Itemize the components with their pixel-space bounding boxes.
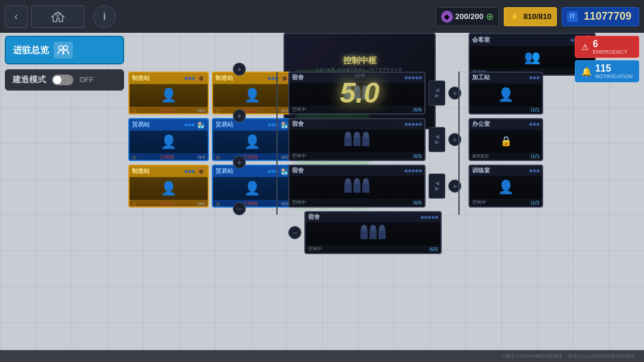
score-value: 11077709 [581,10,634,23]
office[interactable]: 办公室 🔒 接管监控 i1/1 [469,118,543,161]
facility-worker: 👤 [161,88,177,103]
trade-capacity-1: i3/3 [198,154,205,160]
dorm-workers-3 [342,180,372,195]
trade-station-1[interactable]: 贸易站 🏪 👤 ⚠ 已销毁 i3/3 [128,118,209,161]
status-dots-1 [184,77,195,80]
dorm-status-2: 空闲中 [292,153,306,159]
build-mode-toggle[interactable] [52,75,73,85]
back-icon: ‹ [14,10,18,23]
dorm-capacity-2: i5/5 [413,153,422,159]
warning-icon-2: ⚠ [215,108,220,114]
energy-resource-icon: ⚡ [509,11,521,23]
trade-station-3[interactable]: 贸易站 🏪 👤 ⚠ 已销毁 i3/3 [212,165,292,208]
trade-status-2: 已销毁 [244,154,258,160]
overview-label: 进驻总览 [13,45,49,56]
emergency-alert[interactable]: ⚠ 6 EMERGENCY [575,36,639,58]
train-worker: 👤 [498,180,514,195]
mfg-capacity-3: i3/3 [198,201,205,206]
control-center-version: 5.0 [340,79,380,107]
office-status: 接管监控 [472,153,489,159]
trade-dots-1 [184,123,195,126]
processing-station[interactable]: 加工站 👤 i1/1 [469,72,543,115]
svg-line-4 [56,14,58,16]
meeting-worker: 👥 [524,49,540,65]
dorm-workers-4 [358,226,388,242]
dorm-conn-arrows-2: ◀▶ [435,134,439,145]
notification-icon: 🔔 [581,67,591,76]
dorm-capacity-1: i5/5 [413,107,422,113]
manufacturing-1[interactable]: 制造站 ⚙ 👤 ⚠ 已停止 i3/3 [128,72,209,115]
dorm-conn-btn-1[interactable]: ◀▶ [429,81,445,106]
manufacturing-2[interactable]: 制造站 ⚙ 👤 ⚠ 已停止 i3/3 [212,72,292,115]
notification-count: 115 [595,63,633,74]
proc-capacity: i1/1 [531,107,540,113]
plus-connector-btm-left[interactable]: − [233,202,246,215]
warning-icon: ⚠ [132,108,137,114]
warning-trade-3: ⚠ [215,201,220,207]
mfg-status-3: 已停止 [160,200,174,207]
office-dots [529,123,540,126]
dorm-status-1: 空闲中 [292,106,306,113]
dormitory-row-bottom: − 宿舍 [288,211,442,254]
purple-add-button[interactable]: ⊕ [486,11,494,22]
overview-button[interactable]: 进驻总览 [5,36,124,64]
dormitory-4[interactable]: 宿舍 [304,211,442,254]
plus-connector-top-left[interactable]: + [233,63,246,76]
office-capacity: i1/1 [531,153,540,159]
dorm-conn-btn-3[interactable]: ◀▶ [429,174,445,199]
dorm-dots-1 [405,76,422,79]
build-mode-label: 建造模式 [13,75,46,85]
trade-status-1: 已销毁 [160,154,174,160]
game-area: 控制中枢 LAYER.CONTROL.INTERFACE VER 5.0 制造站… [128,33,644,350]
dorm-conn-btn-2[interactable]: ◀▶ [429,127,445,152]
trade-station-2[interactable]: 贸易站 🏪 👤 ⚠ 已销毁 i3/3 [212,118,292,161]
back-button[interactable]: ‹ [5,5,27,28]
facility-worker-2: 👤 [244,88,260,103]
dorm-dots-4 [421,216,438,219]
bottom-bar: ※图文只允许作辅助浏览用途，请意法以以游戏实际情况为准组。 [0,350,644,362]
trade-worker-3: 👤 [244,181,260,196]
dorm-capacity-4: i5/5 [429,246,438,252]
dorm-capacity-3: i5/5 [413,200,422,206]
control-center-subtitle: LAYER.CONTROL.INTERFACE [316,67,403,72]
train-dots [529,169,540,172]
dorm-conn-arrows-1: ◀▶ [435,88,439,98]
dorm-workers-2 [342,133,372,148]
svg-point-7 [59,46,63,50]
home-button[interactable] [31,5,85,28]
capacity-1: i3/3 [198,108,205,113]
manufacturing-3[interactable]: 制造站 ⚙ 👤 ⚠ 已停止 i3/3 [128,165,209,208]
purple-resource-value: 200/200 [455,12,483,21]
trade-icon-1: 🏪 [196,120,205,129]
purple-resource-icon: ◆ [441,11,453,23]
trade-icon-3: 🏪 [280,167,289,176]
trade-icon-2: 🏪 [280,120,289,129]
gear-icon-2: ⚙ [280,74,289,83]
training-room[interactable]: 训练室 👤 空闲中 i1/2 [469,165,543,208]
warning-trade-1: ⚠ [132,154,137,160]
train-capacity: i1/2 [531,200,540,206]
plus-connector-bot-left[interactable]: + [233,156,246,169]
resource-bar: ◆ 200/200 ⊕ ⚡ 810/810 IT 11077709 [436,7,639,26]
processing-container: 加工站 👤 i1/1 [469,72,543,115]
plus-connector-mid-left[interactable]: + [233,109,246,122]
resource-energy: ⚡ 810/810 [504,7,557,26]
build-mode-row: 建造模式 OFF [5,69,124,91]
warning-trade-2: ⚠ [215,154,220,160]
dorm-minus-bot[interactable]: − [288,226,301,239]
home-icon [51,11,65,23]
info-button[interactable]: i [93,5,116,28]
gear-icon-3: ⚙ [196,167,205,176]
svg-point-8 [64,46,68,50]
notification-alert[interactable]: 🔔 115 NOTIFICATION [575,60,639,82]
dorm-dots-2 [405,123,422,126]
train-status: 空闲中 [472,199,486,206]
svg-line-5 [58,14,60,16]
score-item: IT 11077709 [562,7,639,26]
emergency-icon: ⚠ [581,42,589,52]
dormitory-row-2: 宿舍 [288,118,461,161]
trade-worker-1: 👤 [161,134,177,150]
dormitory-2[interactable]: 宿舍 [288,118,426,161]
dormitory-3[interactable]: 宿舍 [288,165,426,208]
disclaimer-text: ※图文只允许作辅助浏览用途，请意法以以游戏实际情况为准组。 [501,353,639,360]
